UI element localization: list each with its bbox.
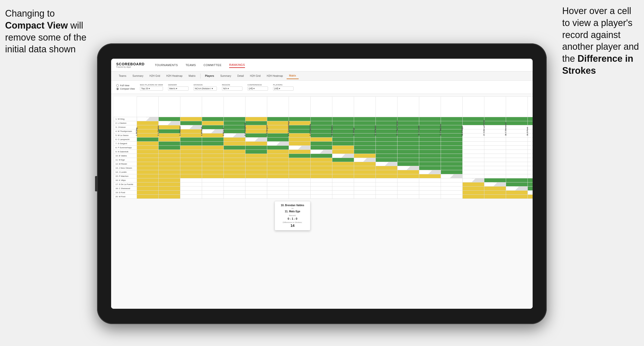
- matrix-cell[interactable]: [202, 138, 224, 142]
- matrix-cell[interactable]: [202, 158, 224, 162]
- matrix-cell[interactable]: [354, 117, 376, 121]
- matrix-cell[interactable]: [397, 191, 419, 195]
- matrix-cell[interactable]: [376, 174, 397, 178]
- matrix-cell[interactable]: [311, 133, 332, 138]
- matrix-cell[interactable]: [137, 158, 159, 162]
- matrix-cell[interactable]: [332, 117, 354, 121]
- matrix-cell[interactable]: [376, 191, 397, 195]
- matrix-cell[interactable]: [354, 170, 376, 174]
- matrix-cell[interactable]: [289, 170, 311, 174]
- matrix-cell[interactable]: [419, 182, 441, 187]
- matrix-cell[interactable]: [202, 166, 224, 170]
- matrix-cell[interactable]: [397, 178, 419, 182]
- matrix-cell[interactable]: [224, 125, 245, 129]
- matrix-cell[interactable]: [267, 182, 289, 187]
- matrix-cell[interactable]: [354, 138, 376, 142]
- matrix-cell[interactable]: [224, 195, 245, 199]
- matrix-cell[interactable]: [332, 150, 354, 154]
- matrix-cell[interactable]: [311, 154, 332, 158]
- matrix-cell[interactable]: [202, 162, 224, 166]
- matrix-cell[interactable]: [376, 142, 397, 146]
- matrix-cell[interactable]: [419, 187, 441, 191]
- matrix-cell[interactable]: [463, 187, 484, 191]
- matrix-cell[interactable]: [224, 170, 245, 174]
- matrix-cell[interactable]: [484, 170, 506, 174]
- matrix-cell[interactable]: [289, 178, 311, 182]
- matrix-cell[interactable]: [463, 133, 484, 138]
- radio-full[interactable]: [116, 84, 119, 87]
- matrix-cell[interactable]: [245, 125, 267, 129]
- matrix-cell[interactable]: [180, 129, 202, 133]
- matrix-cell[interactable]: [397, 146, 419, 150]
- matrix-cell[interactable]: [376, 129, 397, 133]
- max-players-select[interactable]: Top 25 ▾: [140, 86, 163, 91]
- matrix-cell[interactable]: [224, 182, 245, 187]
- matrix-cell[interactable]: [528, 117, 533, 121]
- players-select[interactable]: (All) ▾: [273, 86, 294, 91]
- matrix-cell[interactable]: [289, 187, 311, 191]
- matrix-cell[interactable]: [376, 146, 397, 150]
- matrix-cell[interactable]: [159, 187, 180, 191]
- matrix-cell[interactable]: [267, 162, 289, 166]
- matrix-cell[interactable]: [354, 174, 376, 178]
- matrix-cell[interactable]: [528, 170, 533, 174]
- matrix-cell[interactable]: [289, 146, 311, 150]
- matrix-cell[interactable]: [506, 125, 528, 129]
- matrix-cell[interactable]: [224, 162, 245, 166]
- matrix-cell[interactable]: [311, 166, 332, 170]
- matrix-cell[interactable]: [202, 146, 224, 150]
- matrix-cell[interactable]: [137, 166, 159, 170]
- matrix-cell[interactable]: [289, 142, 311, 146]
- matrix-cell[interactable]: [463, 125, 484, 129]
- matrix-cell[interactable]: [245, 174, 267, 178]
- matrix-cell[interactable]: [441, 117, 463, 121]
- matrix-cell[interactable]: [419, 121, 441, 125]
- matrix-cell[interactable]: [441, 129, 463, 133]
- matrix-cell[interactable]: [441, 142, 463, 146]
- matrix-cell[interactable]: [506, 166, 528, 170]
- matrix-cell[interactable]: [180, 154, 202, 158]
- matrix-cell[interactable]: [159, 150, 180, 154]
- matrix-cell[interactable]: [354, 187, 376, 191]
- matrix-cell[interactable]: [397, 182, 419, 187]
- matrix-cell[interactable]: [354, 158, 376, 162]
- sub-nav-h2h-grid2[interactable]: H2H Grid: [248, 73, 263, 79]
- matrix-cell[interactable]: [484, 150, 506, 154]
- matrix-cell[interactable]: [463, 117, 484, 121]
- matrix-cell[interactable]: [484, 178, 506, 182]
- matrix-cell[interactable]: [245, 182, 267, 187]
- matrix-cell[interactable]: [202, 182, 224, 187]
- view-compact-option[interactable]: Compact View: [116, 88, 135, 90]
- matrix-cell[interactable]: [354, 195, 376, 199]
- region-select[interactable]: N/A ▾: [222, 86, 242, 91]
- matrix-cell[interactable]: [289, 154, 311, 158]
- matrix-cell[interactable]: [224, 138, 245, 142]
- matrix-cell[interactable]: [267, 158, 289, 162]
- matrix-cell[interactable]: [224, 150, 245, 154]
- matrix-cell[interactable]: [506, 195, 528, 199]
- matrix-cell[interactable]: [311, 178, 332, 182]
- matrix-cell[interactable]: [224, 158, 245, 162]
- matrix-cell[interactable]: [354, 182, 376, 187]
- matrix-cell[interactable]: [159, 117, 180, 121]
- matrix-cell[interactable]: [180, 125, 202, 129]
- sub-nav-matrix2[interactable]: Matrix: [287, 73, 299, 79]
- matrix-cell[interactable]: [484, 138, 506, 142]
- matrix-cell[interactable]: [159, 142, 180, 146]
- radio-compact[interactable]: [116, 88, 119, 90]
- matrix-cell[interactable]: [441, 170, 463, 174]
- matrix-cell[interactable]: [267, 138, 289, 142]
- matrix-cell[interactable]: [463, 146, 484, 150]
- matrix-cell[interactable]: [245, 178, 267, 182]
- matrix-cell[interactable]: [332, 138, 354, 142]
- matrix-cell[interactable]: [159, 146, 180, 150]
- matrix-cell[interactable]: [224, 187, 245, 191]
- matrix-cell[interactable]: [159, 138, 180, 142]
- matrix-cell[interactable]: [159, 170, 180, 174]
- matrix-cell[interactable]: [137, 174, 159, 178]
- sub-nav-h2h-heatmap2[interactable]: H2H Heatmap: [264, 73, 285, 79]
- matrix-cell[interactable]: [484, 142, 506, 146]
- matrix-cell[interactable]: [245, 133, 267, 138]
- matrix-cell[interactable]: [441, 174, 463, 178]
- matrix-cell[interactable]: [245, 158, 267, 162]
